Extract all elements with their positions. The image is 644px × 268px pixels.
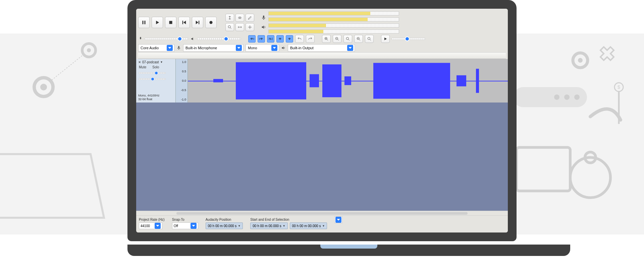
selection-mode-select[interactable] [334,216,342,223]
laptop-base [127,245,570,256]
pause-button[interactable] [138,17,150,28]
track-close-button[interactable]: ✕ [138,60,141,64]
track-pan-slider[interactable] [139,78,166,80]
recording-volume-slider[interactable] [145,38,189,40]
svg-marker-40 [337,219,340,220]
envelope-tool[interactable] [235,14,244,22]
scale-tick: 1.0 [177,60,186,64]
play-at-speed-button[interactable] [381,35,390,43]
selection-start-box[interactable]: 00 h 00 m 00.000 s ▼ [250,222,288,229]
record-button[interactable] [205,17,217,28]
selection-end-box[interactable]: 00 h 00 m 00.000 s ▼ [290,222,327,229]
svg-rect-17 [143,21,144,24]
status-bar: Project Rate (Hz) 44100 Snap-To Off [136,215,508,232]
undo-button[interactable] [295,35,304,43]
project-rate-label: Project Rate (Hz) [139,218,165,221]
zoom-out-button[interactable] [333,35,341,43]
mic-icon [176,46,181,50]
scale-tick: 0.5 [177,70,186,73]
zoom-sel-button[interactable] [343,35,352,43]
wave-toggle-button[interactable] [276,35,284,43]
skip-end-button[interactable] [192,17,203,28]
track-gain-slider[interactable] [139,72,166,74]
svg-marker-38 [156,225,159,226]
wave-alt-button[interactable] [286,35,293,43]
level-meters [268,11,399,34]
play-button[interactable] [152,17,163,28]
amplitude-scale: 1.0 0.5 0.0 -0.5 -1.0 [176,59,188,103]
empty-track-space[interactable] [136,103,508,211]
recording-device-select[interactable]: Built-in Microphone [183,44,244,52]
dropdown-icon [236,45,242,51]
mic-icon [261,15,266,20]
track-name: 07-podcast [142,60,159,64]
audio-host-select[interactable]: Core Audio [138,44,174,52]
timeline-ruler[interactable] [138,52,506,59]
dropdown-icon [347,45,353,51]
timeshift-tool[interactable] [235,23,244,31]
stop-button[interactable] [165,17,176,28]
svg-point-26 [228,25,230,28]
play-meter-l[interactable] [268,23,399,27]
selection-tool[interactable] [225,14,234,22]
play-meter-r[interactable] [268,29,399,34]
playback-device-label: Built-in Output [290,46,314,50]
dropdown-icon [167,45,173,51]
draw-tool[interactable] [246,14,254,22]
multi-tool[interactable] [246,23,254,31]
svg-rect-18 [145,21,146,24]
playback-device-select[interactable]: Built-in Output [288,44,355,52]
project-rate-select[interactable]: 44100 [139,222,162,229]
channels-select[interactable]: Mono [246,44,279,52]
snap-to-label: Snap-To [172,218,198,221]
snap-to-select[interactable]: Off [172,222,198,229]
zoom-fit-button[interactable] [354,35,363,43]
svg-point-29 [346,37,348,40]
waveform-canvas[interactable] [188,59,508,103]
redo-button[interactable] [306,35,315,43]
mic-icon [138,37,143,41]
laptop-notch [320,245,377,249]
svg-point-25 [210,21,213,24]
zoom-toggle-button[interactable] [365,35,374,43]
toolbars: Core Audio Built-in Microphone Mono [136,9,508,59]
svg-rect-20 [169,21,172,24]
play-speed-slider[interactable] [392,38,425,40]
solo-button[interactable]: Solo [152,65,159,69]
svg-marker-37 [349,47,352,49]
dropdown-icon [155,223,161,229]
track-control-panel[interactable]: ✕ 07-podcast ▼ Mute Solo Mono, 44100Hz [136,59,176,103]
skip-start-button[interactable] [178,17,190,28]
playback-volume-slider[interactable] [197,38,241,40]
svg-rect-21 [182,21,183,24]
tracks-area: ✕ 07-podcast ▼ Mute Solo Mono, 44100Hz [136,59,508,211]
horizontal-scrollbar[interactable] [136,211,508,215]
speaker-icon [191,37,195,41]
selection-start-value: 00 h 00 m 00.000 s [253,224,281,228]
toolbar-row-2 [138,34,506,44]
zoom-tool[interactable] [225,23,234,31]
speaker-icon [261,24,266,30]
track-menu-icon[interactable]: ▼ [160,61,163,64]
zoom-in-button[interactable] [322,35,331,43]
svg-marker-19 [156,21,159,24]
record-meter-l[interactable] [268,11,399,15]
recording-device-label: Built-in Microphone [185,46,217,50]
wave-out-button[interactable] [258,35,265,43]
chevron-down-icon: ▼ [283,224,285,227]
toolbar-row-3: Core Audio Built-in Microphone Mono [138,44,506,52]
mute-button[interactable]: Mute [139,65,146,69]
audio-host-label: Core Audio [141,46,159,50]
chevron-down-icon: ▼ [322,224,325,227]
position-value-box[interactable]: 00 h 00 m 00.000 s ▼ [206,222,243,229]
record-meter-r[interactable] [268,17,399,21]
audio-track[interactable]: ✕ 07-podcast ▼ Mute Solo Mono, 44100Hz [136,59,508,103]
svg-marker-23 [196,21,199,24]
wave-in-button[interactable] [248,35,256,43]
snap-to-value: Off [174,224,178,228]
position-label: Audacity Position [206,218,243,221]
project-rate-value: 44100 [141,224,150,228]
dropdown-icon [271,45,277,51]
track-format-line2: 32-bit float [138,97,173,101]
wave-sel-button[interactable] [267,35,274,43]
